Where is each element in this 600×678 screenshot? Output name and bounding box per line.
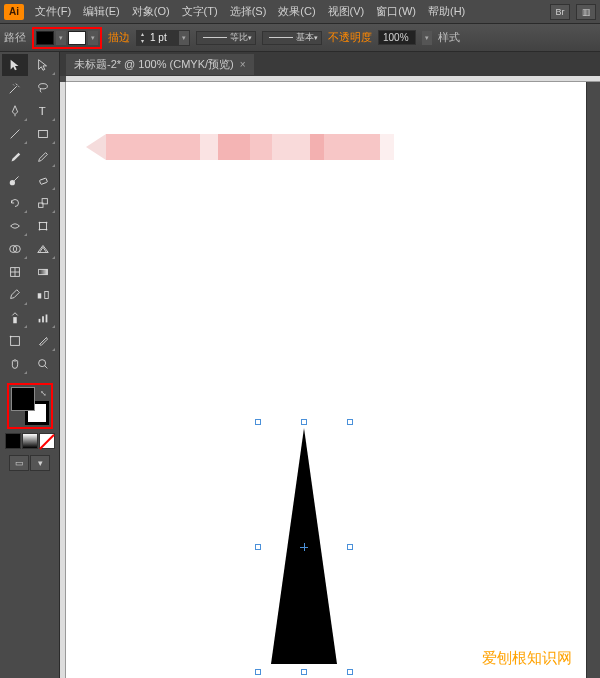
- svg-line-2: [11, 130, 20, 139]
- menu-bar: Ai 文件(F) 编辑(E) 对象(O) 文字(T) 选择(S) 效果(C) 视…: [0, 0, 600, 24]
- eraser-tool[interactable]: [30, 169, 56, 191]
- lasso-tool[interactable]: [30, 77, 56, 99]
- canvas[interactable]: 爱刨根知识网: [66, 82, 586, 678]
- options-bar: 路径 ▾ ▾ 描边 ▴▾ 1 pt ▾ 等比▾ 基本▾ 不透明度 100% ▾ …: [0, 24, 600, 52]
- direct-selection-tool[interactable]: [30, 54, 56, 76]
- slice-tool[interactable]: [30, 330, 56, 352]
- symbol-sprayer-tool[interactable]: [2, 307, 28, 329]
- stroke-weight-value[interactable]: 1 pt: [147, 31, 179, 44]
- menu-file[interactable]: 文件(F): [30, 2, 76, 21]
- app-icon: Ai: [4, 4, 24, 20]
- selection-handle-tr[interactable]: [347, 419, 353, 425]
- selection-handle-ml[interactable]: [255, 544, 261, 550]
- stroke-swatch[interactable]: [68, 31, 86, 45]
- selection-handle-tc[interactable]: [301, 419, 307, 425]
- opacity-label[interactable]: 不透明度: [328, 30, 372, 45]
- screen-mode-dropdown[interactable]: ▾: [30, 455, 50, 471]
- fill-color-square[interactable]: [11, 387, 35, 411]
- menu-text[interactable]: 文字(T): [177, 2, 223, 21]
- column-graph-tool[interactable]: [30, 307, 56, 329]
- blend-tool[interactable]: [30, 284, 56, 306]
- svg-point-0: [39, 84, 48, 89]
- svg-rect-19: [38, 293, 42, 298]
- zoom-tool[interactable]: [30, 353, 56, 375]
- artboard-tool[interactable]: [2, 330, 28, 352]
- document-tab-title: 未标题-2* @ 100% (CMYK/预览): [74, 57, 234, 72]
- vertical-scrollbar[interactable]: [586, 82, 600, 678]
- fill-stroke-highlight-2: ⤡: [7, 383, 53, 429]
- scale-tool[interactable]: [30, 192, 56, 214]
- rotate-tool[interactable]: [2, 192, 28, 214]
- line-tool[interactable]: [2, 123, 28, 145]
- menu-select[interactable]: 选择(S): [225, 2, 272, 21]
- svg-line-29: [45, 366, 48, 369]
- menu-effect[interactable]: 效果(C): [273, 2, 320, 21]
- svg-rect-8: [40, 223, 47, 230]
- color-mode-solid[interactable]: [5, 433, 21, 449]
- stroke-swatch-group[interactable]: ▾: [68, 31, 98, 45]
- magic-wand-tool[interactable]: [2, 77, 28, 99]
- paintbrush-tool[interactable]: [2, 146, 28, 168]
- redacted-banner: [86, 134, 394, 160]
- blob-brush-tool[interactable]: [2, 169, 28, 191]
- stroke-weight-dropdown[interactable]: ▾: [179, 31, 189, 45]
- color-mode-none[interactable]: [39, 433, 55, 449]
- tool-panel: T: [0, 52, 60, 678]
- width-tool[interactable]: [2, 215, 28, 237]
- selection-handle-br[interactable]: [347, 669, 353, 675]
- menu-object[interactable]: 对象(O): [127, 2, 175, 21]
- svg-point-12: [46, 229, 48, 231]
- mesh-tool[interactable]: [2, 261, 28, 283]
- opacity-value[interactable]: 100%: [378, 30, 416, 45]
- svg-rect-5: [39, 178, 47, 185]
- stroke-label[interactable]: 描边: [108, 30, 130, 45]
- svg-rect-23: [42, 316, 44, 322]
- perspective-grid-tool[interactable]: [30, 238, 56, 260]
- close-tab-icon[interactable]: ×: [240, 59, 246, 70]
- rectangle-tool[interactable]: [30, 123, 56, 145]
- style-label[interactable]: 样式: [438, 30, 460, 45]
- menu-help[interactable]: 帮助(H): [423, 2, 470, 21]
- selection-handle-bc[interactable]: [301, 669, 307, 675]
- svg-point-10: [46, 222, 48, 224]
- gradient-tool[interactable]: [30, 261, 56, 283]
- arrange-icon[interactable]: ▥: [576, 4, 596, 20]
- free-transform-tool[interactable]: [30, 215, 56, 237]
- stroke-weight-spinner[interactable]: ▴▾ 1 pt ▾: [136, 30, 190, 46]
- shape-builder-tool[interactable]: [2, 238, 28, 260]
- fill-dropdown-arrow[interactable]: ▾: [56, 31, 66, 45]
- svg-rect-21: [13, 317, 17, 323]
- selection-bounding-box[interactable]: [258, 422, 350, 672]
- opacity-dropdown[interactable]: ▾: [422, 31, 432, 45]
- watermark-text: 爱刨根知识网: [482, 649, 572, 668]
- eyedropper-tool[interactable]: [2, 284, 28, 306]
- fill-stroke-highlight: ▾ ▾: [32, 27, 102, 49]
- brush-dropdown[interactable]: 基本▾: [262, 31, 322, 45]
- selection-handle-mr[interactable]: [347, 544, 353, 550]
- screen-mode-normal[interactable]: ▭: [9, 455, 29, 471]
- pencil-tool[interactable]: [30, 146, 56, 168]
- menu-view[interactable]: 视图(V): [323, 2, 370, 21]
- fill-stroke-control[interactable]: ⤡: [11, 387, 49, 425]
- hand-tool[interactable]: [2, 353, 28, 375]
- type-tool[interactable]: T: [30, 100, 56, 122]
- color-mode-gradient[interactable]: [22, 433, 38, 449]
- selection-tool[interactable]: [2, 54, 28, 76]
- path-label: 路径: [4, 30, 26, 45]
- stroke-dropdown-arrow[interactable]: ▾: [88, 31, 98, 45]
- fill-swatch[interactable]: [36, 31, 54, 45]
- selection-handle-tl[interactable]: [255, 419, 261, 425]
- bridge-icon[interactable]: Br: [550, 4, 570, 20]
- menu-window[interactable]: 窗口(W): [371, 2, 421, 21]
- menu-edit[interactable]: 编辑(E): [78, 2, 125, 21]
- svg-point-11: [39, 229, 41, 231]
- selection-handle-bl[interactable]: [255, 669, 261, 675]
- svg-rect-25: [11, 337, 20, 346]
- document-tab[interactable]: 未标题-2* @ 100% (CMYK/预览) ×: [66, 54, 254, 75]
- width-profile-dropdown[interactable]: 等比▾: [196, 31, 256, 45]
- svg-rect-3: [39, 131, 48, 138]
- svg-rect-20: [45, 292, 49, 299]
- fill-swatch-group[interactable]: ▾: [36, 31, 66, 45]
- swap-fill-stroke-icon[interactable]: ⤡: [40, 389, 47, 398]
- pen-tool[interactable]: [2, 100, 28, 122]
